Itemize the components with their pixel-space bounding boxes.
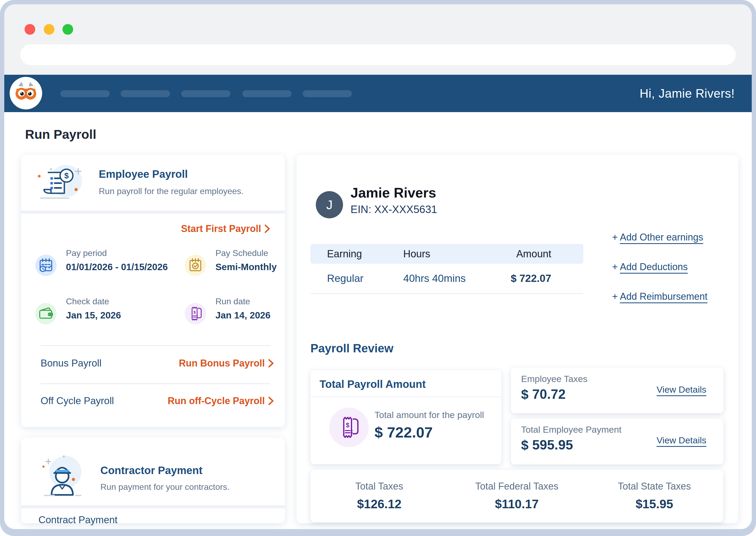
field-value: Semi-Monthly: [215, 262, 277, 272]
start-first-payroll-link[interactable]: Start First Payroll: [181, 223, 270, 234]
contractor-illustration: [41, 447, 84, 501]
total-state-taxes-cell: Total State Taxes $15.95: [618, 481, 691, 511]
employee-name: Jamie Rivers: [350, 185, 436, 201]
receipt-icon: $: [185, 303, 206, 324]
total-employee-payment-amount: $ 595.95: [521, 437, 573, 453]
nav-menu-placeholder[interactable]: [243, 90, 291, 97]
payroll-review-heading: Payroll Review: [311, 342, 393, 355]
total-federal-taxes-label: Total Federal Taxes: [475, 481, 558, 492]
card-divider: [311, 396, 501, 397]
total-state-taxes-label: Total State Taxes: [618, 481, 691, 492]
employee-payroll-card: $ Employee Payroll Run payroll for the r…: [21, 155, 285, 427]
amount-cell: $ 722.07: [493, 273, 583, 284]
field-value: Jan 15, 2026: [66, 310, 121, 320]
chevron-right-icon: [268, 396, 274, 406]
close-window-button[interactable]: [24, 24, 35, 35]
employee-payroll-title: Employee Payroll: [99, 168, 188, 180]
earnings-table-row[interactable]: Regular 40hrs 40mins $ 722.07: [311, 264, 583, 293]
avatar-initial: J: [326, 197, 333, 212]
total-payroll-caption: Total amount for the payroll: [375, 410, 484, 420]
run-off-cycle-payroll-label: Run off-Cycle Payroll: [168, 395, 265, 407]
add-deductions-label: Add Deductions: [620, 261, 688, 272]
svg-text:$: $: [346, 421, 350, 429]
receipt-icon: $: [329, 408, 369, 447]
column-header-earning: Earning: [311, 248, 403, 260]
browser-chrome: [4, 4, 752, 75]
nav-menu-placeholder[interactable]: [121, 90, 170, 97]
employee-taxes-card: Employee Taxes $ 70.72 View Details: [511, 368, 723, 413]
add-deductions-link[interactable]: + Add Deductions: [612, 261, 707, 273]
browser-window: Hi, Jamie Rivers! Run Payroll: [4, 4, 752, 529]
field-label: Pay Schedule: [215, 248, 268, 258]
employee-detail-panel: J Jamie Rivers EIN: XX-XXX5631 Earning H…: [297, 155, 738, 523]
nav-menu-placeholder[interactable]: [303, 90, 352, 97]
contractor-payment-subtitle: Run payment for your contractors.: [100, 482, 230, 492]
field-label: Pay period: [66, 248, 107, 258]
owl-logo-icon[interactable]: [9, 76, 43, 110]
earnings-table-header: Earning Hours Amount: [311, 244, 583, 264]
contractor-payment-card: Contractor Payment Run payment for your …: [21, 438, 285, 523]
start-first-payroll-label: Start First Payroll: [181, 223, 261, 234]
total-taxes-value: $126.12: [355, 497, 403, 511]
view-details-link[interactable]: View Details: [657, 435, 707, 446]
maximize-window-button[interactable]: [62, 24, 73, 35]
main-content: Run Payroll: [4, 112, 752, 529]
nav-menu-placeholder[interactable]: [181, 90, 230, 97]
run-bonus-payroll-link[interactable]: Run Bonus Payroll: [179, 358, 274, 369]
tax-totals-card: Total Taxes $126.12 Total Federal Taxes …: [311, 470, 723, 522]
nav-menu-placeholder[interactable]: [60, 90, 110, 97]
employee-payroll-subtitle: Run payroll for the regular employees.: [99, 186, 244, 196]
user-greeting: Hi, Jamie Rivers!: [640, 75, 735, 112]
plus-icon: +: [612, 261, 620, 272]
svg-text:$: $: [194, 310, 196, 315]
add-reimbursement-label: Add Reimbursement: [620, 291, 707, 302]
add-other-earnings-label: Add Other earnings: [620, 232, 703, 243]
total-federal-taxes-cell: Total Federal Taxes $110.17: [475, 481, 558, 511]
section-divider: [21, 211, 285, 214]
column-header-amount: Amount: [493, 248, 583, 260]
hours-cell: 40hrs 40mins: [403, 273, 493, 284]
field-label: Check date: [66, 297, 109, 306]
total-taxes-label: Total Taxes: [355, 481, 403, 492]
total-employee-payment-label: Total Employee Payment: [521, 424, 621, 435]
column-header-hours: Hours: [403, 248, 493, 260]
total-payroll-amount: $ 722.07: [375, 424, 433, 441]
row-divider: [41, 345, 270, 346]
earnings-table: Earning Hours Amount Regular 40hrs 40min…: [311, 244, 583, 294]
total-payroll-amount-title: Total Payroll Amount: [319, 378, 426, 390]
field-label: Run date: [215, 297, 250, 306]
plus-icon: +: [612, 291, 620, 302]
total-employee-payment-card: Total Employee Payment $ 595.95 View Det…: [511, 419, 723, 464]
table-divider: [311, 293, 583, 294]
employee-avatar: J: [316, 191, 343, 218]
total-taxes-cell: Total Taxes $126.12: [355, 481, 403, 511]
wallet-icon: [35, 303, 57, 324]
employee-ein: EIN: XX-XXX5631: [350, 203, 437, 216]
add-links-group: + Add Other earnings + Add Deductions + …: [612, 232, 707, 302]
run-off-cycle-payroll-link[interactable]: Run off-Cycle Payroll: [168, 395, 274, 407]
payroll-receipt-illustration: $: [36, 164, 87, 206]
section-divider: [21, 505, 285, 508]
add-reimbursement-link[interactable]: + Add Reimbursement: [612, 291, 707, 302]
plus-icon: +: [612, 232, 620, 243]
contractor-payment-title: Contractor Payment: [100, 464, 202, 477]
screenshot-stage: Hi, Jamie Rivers! Run Payroll: [0, 0, 756, 536]
run-bonus-payroll-label: Run Bonus Payroll: [179, 358, 265, 369]
bonus-payroll-label: Bonus Payroll: [41, 358, 101, 369]
chevron-right-icon: [268, 359, 274, 368]
calendar-check-icon: [185, 255, 206, 276]
address-bar[interactable]: [20, 44, 736, 65]
minimize-window-button[interactable]: [44, 24, 54, 35]
field-value: Jan 14, 2026: [215, 310, 270, 320]
add-other-earnings-link[interactable]: + Add Other earnings: [612, 232, 707, 243]
svg-text:$: $: [64, 171, 69, 180]
chevron-right-icon: [264, 224, 270, 233]
field-value: 01/01/2026 - 01/15/2026: [66, 262, 168, 272]
contract-payment-row[interactable]: Contract Payment: [38, 514, 117, 525]
employee-taxes-label: Employee Taxes: [521, 374, 588, 384]
window-frame: Hi, Jamie Rivers! Run Payroll: [0, 0, 756, 536]
earning-type-cell: Regular: [311, 273, 403, 284]
employee-taxes-amount: $ 70.72: [521, 386, 566, 402]
view-details-link[interactable]: View Details: [657, 385, 707, 395]
off-cycle-payroll-label: Off Cycle Payroll: [41, 395, 114, 407]
